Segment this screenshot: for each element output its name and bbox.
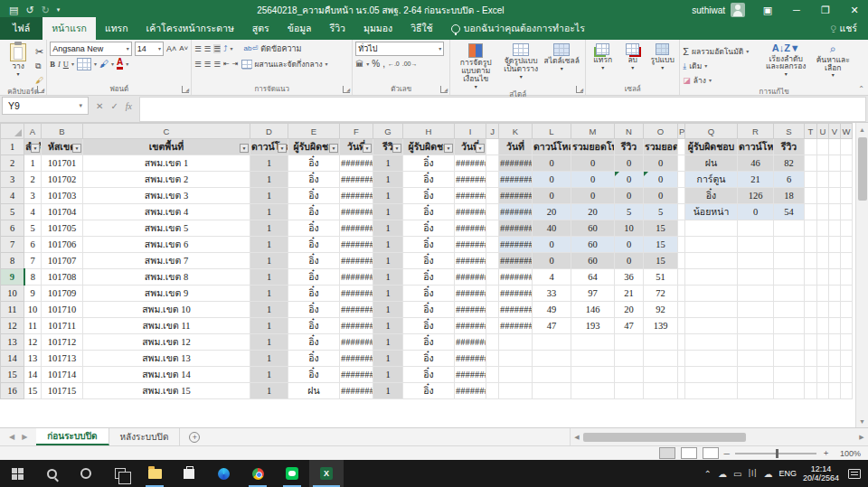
cell[interactable] (615, 334, 644, 351)
cell[interactable] (817, 237, 829, 253)
cell[interactable]: 6 (774, 172, 805, 188)
row-header-16[interactable]: 16 (1, 383, 24, 399)
cell[interactable]: อิ๋ง (288, 334, 340, 351)
cell[interactable] (805, 318, 817, 334)
cell[interactable] (841, 220, 853, 237)
column-header-U[interactable]: U (817, 124, 829, 139)
cell[interactable]: 10 (24, 302, 42, 318)
cell[interactable] (829, 188, 841, 204)
cell[interactable] (486, 204, 499, 220)
cell[interactable]: สพม.เขต 8 (83, 269, 250, 286)
cell[interactable] (678, 172, 685, 188)
task-view-button[interactable] (103, 460, 137, 487)
taskbar-search-button[interactable] (34, 460, 69, 487)
cell[interactable] (774, 302, 805, 318)
font-color-icon[interactable]: A (117, 58, 123, 70)
scroll-down-icon[interactable]: ▼ (856, 415, 868, 427)
cell[interactable]: การ์ตูน (685, 172, 738, 188)
cell[interactable] (738, 334, 774, 351)
cell[interactable]: 47 (533, 318, 571, 334)
alignment-dialog-launcher[interactable] (343, 86, 350, 93)
filter-dropdown-icon[interactable]: ▼ (392, 144, 401, 153)
cell[interactable]: ######## (340, 318, 373, 334)
column-header-T[interactable]: T (805, 124, 817, 139)
cell[interactable] (829, 269, 841, 286)
wrap-text-icon[interactable]: ab⏎ (244, 42, 259, 55)
cell[interactable] (841, 253, 853, 269)
cell[interactable]: ######## (340, 237, 373, 253)
cell[interactable] (486, 351, 499, 367)
cell[interactable]: 193 (571, 318, 615, 334)
cell[interactable]: 72 (644, 286, 678, 302)
network-signal-icon[interactable]: 〣 (748, 467, 757, 480)
column-header-I[interactable]: I (455, 124, 486, 139)
column-header-L[interactable]: L (533, 124, 571, 139)
cell[interactable]: สพม.เขต 10 (83, 302, 250, 318)
chrome-button[interactable] (241, 460, 275, 487)
cell[interactable]: 0 (644, 155, 678, 172)
tab-review[interactable]: รีวิว (321, 17, 354, 40)
cell[interactable]: ######## (455, 155, 486, 172)
cell[interactable] (805, 286, 817, 302)
cell[interactable] (841, 155, 853, 172)
cell[interactable] (571, 334, 615, 351)
cell[interactable]: ผู้รับผิดชอ▼ (288, 139, 340, 155)
cell[interactable] (486, 302, 499, 318)
cell[interactable]: อิ๋ง (403, 318, 455, 334)
column-header-G[interactable]: G (373, 124, 403, 139)
horizontal-scroll-thumb[interactable] (583, 433, 746, 442)
cell[interactable]: ######## (499, 188, 533, 204)
row-header-13[interactable]: 13 (1, 334, 24, 351)
cell[interactable]: 101704 (42, 204, 83, 220)
cell[interactable]: อิ๋ง (403, 367, 455, 383)
cell[interactable]: 51 (644, 269, 678, 286)
cell[interactable] (817, 351, 829, 367)
cell[interactable] (486, 269, 499, 286)
edge-button[interactable] (206, 460, 241, 487)
cell[interactable] (685, 318, 738, 334)
cell[interactable] (678, 188, 685, 204)
clock[interactable]: 12:14 20/4/2564 (803, 464, 839, 483)
cell[interactable]: ######## (499, 237, 533, 253)
cell[interactable] (678, 367, 685, 383)
cell[interactable]: ######## (455, 204, 486, 220)
cell[interactable]: ผู้รับผิดชอ▼ (403, 139, 455, 155)
cell[interactable]: อิ๋ง (403, 383, 455, 399)
number-format-select[interactable]: ทั่วไป▾ (355, 42, 444, 56)
cell[interactable] (486, 188, 499, 204)
cell[interactable] (685, 237, 738, 253)
cell[interactable]: 1 (24, 155, 42, 172)
cell[interactable]: อิ๋ง (403, 351, 455, 367)
cell[interactable]: 1 (373, 188, 403, 204)
cell[interactable]: ######## (455, 286, 486, 302)
cut-icon[interactable]: ✂ (35, 45, 43, 58)
vertical-scroll-thumb[interactable] (858, 137, 867, 201)
cell[interactable]: 1 (373, 220, 403, 237)
cell[interactable]: 1 (373, 237, 403, 253)
cell[interactable] (486, 334, 499, 351)
filter-dropdown-icon[interactable]: ▼ (31, 144, 40, 153)
cell[interactable]: 21 (615, 286, 644, 302)
cell[interactable]: สพม.เขต 6 (83, 237, 250, 253)
cell[interactable] (499, 334, 533, 351)
cell[interactable] (841, 302, 853, 318)
align-left-icon[interactable]: ☰ (194, 60, 202, 69)
cell[interactable]: 4 (533, 269, 571, 286)
cell[interactable] (615, 383, 644, 399)
cell[interactable]: ######## (340, 188, 373, 204)
cell[interactable]: 60 (571, 220, 615, 237)
cell[interactable] (678, 220, 685, 237)
paste-button[interactable]: วาง▾ (3, 42, 33, 77)
cell[interactable] (678, 269, 685, 286)
cell[interactable] (486, 383, 499, 399)
cell[interactable]: อิ๋ง (288, 269, 340, 286)
cell[interactable]: ลำดั▼ (24, 139, 42, 155)
column-header-E[interactable]: E (288, 124, 340, 139)
cell[interactable]: อิ๋ง (403, 172, 455, 188)
cell[interactable] (817, 286, 829, 302)
cell[interactable]: 2 (24, 172, 42, 188)
row-header-3[interactable]: 3 (1, 172, 24, 188)
column-header-S[interactable]: S (774, 124, 805, 139)
scroll-up-icon[interactable]: ▲ (856, 123, 868, 136)
cell[interactable]: รีวิว (615, 139, 644, 155)
